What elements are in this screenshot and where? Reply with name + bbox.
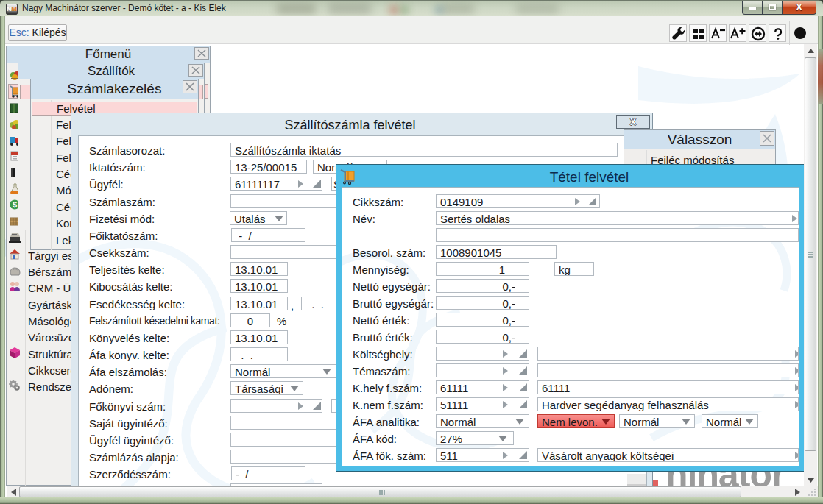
svg-text:$: $	[13, 200, 17, 209]
